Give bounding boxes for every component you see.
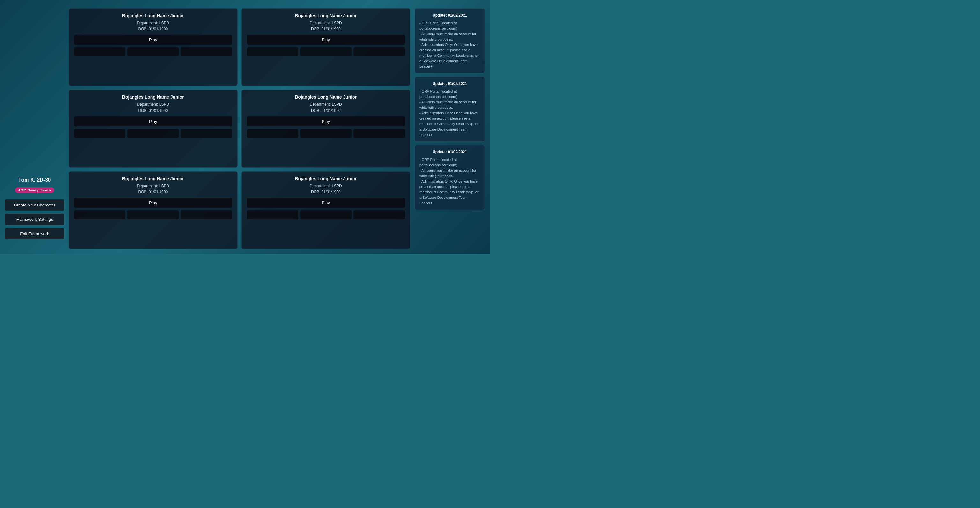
- create-character-button[interactable]: Create New Character: [5, 199, 64, 210]
- character-action-row: [74, 47, 232, 56]
- character-name: Bojangles Long Name Junior: [74, 13, 232, 18]
- news-line: - Administrators Only: Once you have cre…: [420, 42, 480, 69]
- news-line: - ORP Portal (located at portal.oceansid…: [420, 89, 480, 100]
- news-card: Update: 01/02/2021 - ORP Portal (located…: [415, 76, 485, 142]
- news-card: Update: 01/02/2021 - ORP Portal (located…: [415, 8, 485, 73]
- char-action-btn-1[interactable]: [247, 210, 298, 219]
- character-info: Department: LSPDDOB: 01/01/1990: [74, 183, 232, 195]
- char-action-btn-1[interactable]: [74, 129, 126, 138]
- character-action-row: [74, 210, 232, 219]
- char-action-btn-2[interactable]: [300, 47, 352, 56]
- character-card: Bojangles Long Name Junior Department: L…: [242, 171, 410, 249]
- char-action-btn-3[interactable]: [353, 210, 405, 219]
- character-info: Department: LSPDDOB: 01/01/1990: [247, 183, 405, 195]
- aop-badge: AOP: Sandy Shores: [15, 187, 54, 193]
- character-info: Department: LSPDDOB: 01/01/1990: [74, 102, 232, 114]
- character-name: Bojangles Long Name Junior: [74, 176, 232, 181]
- character-action-row: [247, 210, 405, 219]
- character-card: Bojangles Long Name Junior Department: L…: [242, 90, 410, 167]
- char-action-btn-1[interactable]: [74, 47, 126, 56]
- character-info: Department: LSPDDOB: 01/01/1990: [247, 20, 405, 32]
- news-line: - All users must make an account for whi…: [420, 100, 480, 110]
- play-button[interactable]: Play: [247, 35, 405, 45]
- main-layout: Tom K. 2D-30 AOP: Sandy Shores Create Ne…: [0, 0, 490, 254]
- user-name: Tom K. 2D-30: [19, 177, 51, 183]
- character-card: Bojangles Long Name Junior Department: L…: [242, 8, 410, 86]
- char-action-btn-2[interactable]: [127, 47, 179, 56]
- char-action-btn-2[interactable]: [127, 129, 179, 138]
- character-card: Bojangles Long Name Junior Department: L…: [68, 171, 238, 249]
- news-line: - ORP Portal (located at portal.oceansid…: [420, 157, 480, 168]
- character-action-row: [247, 47, 405, 56]
- news-line: - ORP Portal (located at portal.oceansid…: [420, 21, 480, 31]
- news-line: - All users must make an account for whi…: [420, 168, 480, 179]
- char-action-btn-3[interactable]: [181, 210, 232, 219]
- char-action-btn-2[interactable]: [127, 210, 179, 219]
- char-action-btn-1[interactable]: [74, 210, 126, 219]
- character-name: Bojangles Long Name Junior: [74, 94, 232, 100]
- char-action-btn-3[interactable]: [181, 129, 232, 138]
- news-line: - Administrators Only: Once you have cre…: [420, 179, 480, 206]
- char-action-btn-3[interactable]: [353, 129, 405, 138]
- framework-settings-button[interactable]: Framework Settings: [5, 214, 64, 225]
- character-name: Bojangles Long Name Junior: [247, 94, 405, 100]
- news-card: Update: 01/02/2021 - ORP Portal (located…: [415, 145, 485, 210]
- news-line: - Administrators Only: Once you have cre…: [420, 110, 480, 137]
- character-card: Bojangles Long Name Junior Department: L…: [68, 8, 238, 86]
- char-action-btn-2[interactable]: [300, 129, 352, 138]
- news-panel: Update: 01/02/2021 - ORP Portal (located…: [415, 8, 485, 249]
- play-button[interactable]: Play: [74, 198, 232, 208]
- character-action-row: [74, 129, 232, 138]
- character-action-row: [247, 129, 405, 138]
- character-info: Department: LSPDDOB: 01/01/1990: [74, 20, 232, 32]
- news-title: Update: 01/02/2021: [420, 81, 480, 87]
- character-info: Department: LSPDDOB: 01/01/1990: [247, 102, 405, 114]
- char-action-btn-3[interactable]: [181, 47, 232, 56]
- char-action-btn-1[interactable]: [247, 129, 298, 138]
- sidebar: Tom K. 2D-30 AOP: Sandy Shores Create Ne…: [5, 8, 64, 249]
- play-button[interactable]: Play: [247, 198, 405, 208]
- news-line: - All users must make an account for whi…: [420, 31, 480, 42]
- play-button[interactable]: Play: [74, 116, 232, 126]
- char-action-btn-1[interactable]: [247, 47, 298, 56]
- characters-grid: Bojangles Long Name Junior Department: L…: [68, 8, 410, 249]
- char-action-btn-3[interactable]: [353, 47, 405, 56]
- play-button[interactable]: Play: [74, 35, 232, 45]
- character-card: Bojangles Long Name Junior Department: L…: [68, 90, 238, 167]
- char-action-btn-2[interactable]: [300, 210, 352, 219]
- character-name: Bojangles Long Name Junior: [247, 13, 405, 18]
- news-title: Update: 01/02/2021: [420, 149, 480, 155]
- news-title: Update: 01/02/2021: [420, 13, 480, 19]
- exit-framework-button[interactable]: Exit Framework: [5, 228, 64, 239]
- play-button[interactable]: Play: [247, 116, 405, 126]
- character-name: Bojangles Long Name Junior: [247, 176, 405, 181]
